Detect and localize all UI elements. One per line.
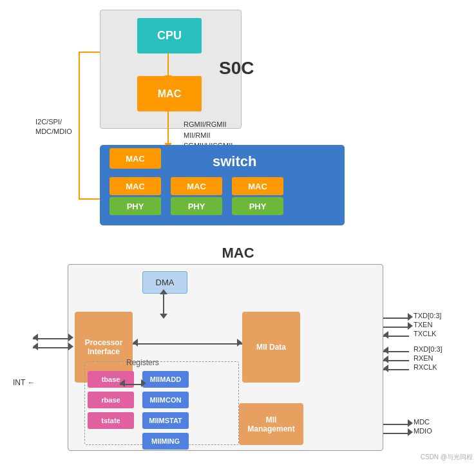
mii-management-block: MIIManagement [239,403,303,445]
phy-block-3: PHY [232,197,283,215]
reg-tbase: tbase [88,371,134,388]
cpu-block: CPU [137,18,202,53]
left-v-line [79,52,80,200]
txd-label: TXD[0:3] [414,312,441,319]
mac-diagram-title: MAC [222,245,254,261]
right-arrow-head-proc2 [68,343,73,350]
arrow-left-head [133,339,138,346]
proc-regs-arrow-r [120,379,125,387]
proc-regs-arrow-l [141,379,146,387]
mac-switch-top: MAC [109,148,161,169]
left-h-line1 [79,52,100,53]
switch-col-2: MAC PHY [171,177,222,215]
phy-block-2: PHY [171,197,222,215]
int-label: INT ← [13,378,35,387]
txd-arrow-head [408,313,413,321]
dma-arrow [163,294,164,314]
arrow-soc-switch [167,111,169,144]
mac-outer-box: DMA ProcessorInterface Registers tbase r… [68,264,383,451]
rxd-arrow-head [383,346,388,354]
mdio-arrow-head [408,428,413,436]
mii-data-block: MII Data [242,312,300,383]
reg-miimstat: MIIMSTAT [142,412,189,429]
txclk-label: TXCLK [414,330,436,337]
reg-rbase: rbase [88,392,134,408]
switch-label: switch [213,153,256,170]
switch-col-1: MAC PHY [109,177,161,215]
reg-tstate: tstate [88,412,134,429]
mac-block-1: MAC [109,177,161,195]
rxen-label: RXEN [414,354,433,362]
mdio-label: MDIO [414,427,432,435]
txclk-arrow-head [383,331,388,339]
mdc-label: MDC [414,418,430,426]
registers-label: Registers [126,358,159,367]
rxclk-arrow-head [383,365,388,372]
mac-block-3: MAC [232,177,283,195]
watermark: CSDN @与光同程 [421,453,473,462]
mdio-arrow [383,433,409,434]
arrow-right-head [237,339,242,346]
mac-block-2: MAC [171,177,222,195]
soc-label: S0C [219,58,254,79]
soc-diagram: S0C CPU MAC I2C/SPI/MDC/MDIO RGMII/RGMII… [0,0,476,238]
rxen-arrow-head [383,356,388,363]
mdc-arrow [383,424,409,425]
reg-miiming: MIIMING [142,433,189,450]
i2c-label: I2C/SPI/MDC/MDIO [35,117,72,137]
rxd-label: RXD[0:3] [414,345,443,353]
center-h-arrow [133,343,242,345]
txen-arrow-head [408,322,413,330]
left-arrow-head2 [33,343,38,350]
mac-soc-block: MAC [137,76,202,111]
arrow-cpu-to-mac [167,53,169,76]
txd-arrow [383,318,409,319]
reg-miimcon: MIIMCON [142,392,189,408]
rxclk-label: RXCLK [414,363,437,371]
switch-col-3: MAC PHY [232,177,283,215]
phy-block-1: PHY [109,197,161,215]
txen-arrow [383,327,409,328]
left-proc-arrow-line [33,338,68,339]
left-arrow-head [33,334,38,341]
right-arrow-head-proc [68,334,73,341]
reg-miimadd: MIIMADD [142,371,189,388]
mac-diagram: MAC DMA ProcessorInterface Registers [0,242,476,465]
mdc-arrow-head [408,419,413,427]
txen-label: TXEN [414,321,432,328]
left-proc-arrow-line2 [33,347,68,348]
